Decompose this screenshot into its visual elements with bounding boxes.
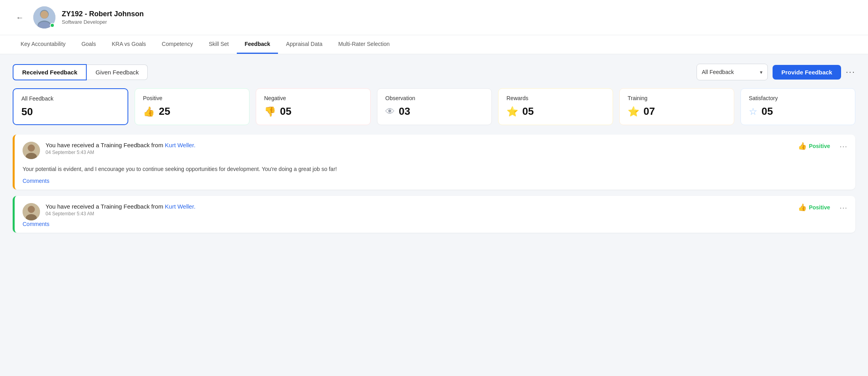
more-options-button[interactable]: ···	[846, 67, 855, 77]
card-title-positive: Positive	[143, 95, 241, 101]
card-count-training: 07	[643, 105, 655, 118]
feedback-comments-link-2[interactable]: Comments	[23, 221, 49, 227]
summary-card-training[interactable]: Training⭐07	[619, 88, 734, 125]
nav-tab-multi-rater-selection[interactable]: Multi-Rater Selection	[330, 35, 398, 54]
user-info: ZY192 - Robert Johnson Software Develope…	[62, 10, 144, 25]
chevron-down-icon: ▾	[760, 69, 763, 75]
feedback-filter-select-wrap[interactable]: All FeedbackPositiveNegativeObservationR…	[697, 64, 768, 80]
feedback-item-1: You have received a Training Feedback fr…	[13, 135, 855, 190]
employee-role: Software Developer	[62, 19, 144, 25]
card-count-satisfactory: 05	[761, 105, 773, 118]
feedback-time-2: 04 September 5:43 AM	[46, 211, 792, 216]
card-count-positive: 25	[159, 105, 170, 118]
feedback-comments-link-1[interactable]: Comments	[23, 178, 49, 184]
feedback-type-label-2: Positive	[809, 204, 830, 211]
employee-id: ZY192 - Robert Johnson	[62, 10, 144, 18]
nav-tab-feedback[interactable]: Feedback	[237, 35, 278, 54]
nav-tab-competency[interactable]: Competency	[154, 35, 201, 54]
card-title-satisfactory: Satisfactory	[749, 95, 847, 101]
summary-cards: All Feedback50Positive👍25Negative👎05Obse…	[13, 88, 855, 125]
nav-tab-key-accountability[interactable]: Key Accountability	[13, 35, 74, 54]
summary-card-satisfactory[interactable]: Satisfactory☆05	[740, 88, 855, 125]
nav-tab-appraisal-data[interactable]: Appraisal Data	[278, 35, 330, 54]
nav-tab-skill-set[interactable]: Skill Set	[201, 35, 237, 54]
header: ← ZY192 - Robert Johnson Software Develo…	[0, 0, 868, 35]
card-title-rewards: Rewards	[506, 95, 605, 101]
received-feedback-tab[interactable]: Received Feedback	[13, 64, 87, 80]
feedback-more-btn-1[interactable]: ···	[839, 142, 847, 151]
feedback-time-1: 04 September 5:43 AM	[46, 150, 792, 155]
feedback-type-badge-1: 👍Positive	[798, 142, 830, 150]
summary-card-rewards[interactable]: Rewards⭐05	[498, 88, 613, 125]
card-count-observation: 03	[399, 105, 410, 118]
rewards-icon: ⭐	[506, 106, 518, 117]
card-title-training: Training	[628, 95, 726, 101]
card-title-negative: Negative	[264, 95, 362, 101]
feedback-body-1: Your potential is evident, and I encoura…	[23, 165, 847, 173]
feedback-title-1: You have received a Training Feedback fr…	[46, 142, 792, 148]
feedback-more-btn-2[interactable]: ···	[839, 203, 847, 212]
svg-point-9	[28, 206, 35, 213]
nav-tabs: Key AccountabilityGoalsKRA vs GoalsCompe…	[0, 35, 868, 54]
main-content: Received Feedback Given Feedback All Fee…	[0, 54, 868, 249]
training-icon: ⭐	[628, 106, 640, 117]
summary-card-observation[interactable]: Observation👁03	[377, 88, 492, 125]
feedback-title-2: You have received a Training Feedback fr…	[46, 203, 792, 210]
satisfactory-icon: ☆	[749, 106, 758, 117]
positive-icon: 👍	[143, 106, 155, 117]
given-feedback-tab[interactable]: Given Feedback	[87, 65, 148, 80]
summary-card-negative[interactable]: Negative👎05	[256, 88, 371, 125]
negative-icon: 👎	[264, 106, 276, 117]
feedback-sender-link-2[interactable]: Kurt Weller.	[165, 203, 195, 210]
provide-feedback-button[interactable]: Provide Feedback	[773, 65, 841, 80]
nav-tab-goals[interactable]: Goals	[74, 35, 104, 54]
nav-tab-kra-vs-goals[interactable]: KRA vs Goals	[104, 35, 154, 54]
card-title-observation: Observation	[385, 95, 483, 101]
summary-card-all[interactable]: All Feedback50	[13, 88, 128, 125]
card-count-all: 50	[21, 106, 33, 118]
online-indicator	[50, 23, 55, 28]
feedback-avatar-1	[23, 142, 40, 159]
svg-point-3	[40, 11, 48, 19]
observation-icon: 👁	[385, 106, 395, 117]
feedback-sender-link-1[interactable]: Kurt Weller.	[165, 142, 195, 148]
feedback-type-label-1: Positive	[809, 143, 830, 149]
feedback-filter-select[interactable]: All FeedbackPositiveNegativeObservationR…	[702, 69, 757, 75]
feedback-tabs-row: Received Feedback Given Feedback All Fee…	[13, 64, 855, 80]
feedback-type-badge-2: 👍Positive	[798, 203, 830, 212]
card-count-rewards: 05	[522, 105, 534, 118]
feedback-avatar-2	[23, 203, 40, 220]
svg-point-6	[28, 144, 35, 152]
feedback-list: You have received a Training Feedback fr…	[13, 135, 855, 239]
card-count-negative: 05	[280, 105, 291, 118]
feedback-type-icon-2: 👍	[798, 203, 807, 212]
back-button[interactable]: ←	[13, 11, 27, 24]
feedback-type-icon-1: 👍	[798, 142, 807, 150]
card-title-all: All Feedback	[21, 95, 120, 102]
avatar-wrap	[33, 6, 55, 28]
summary-card-positive[interactable]: Positive👍25	[135, 88, 249, 125]
feedback-item-2: You have received a Training Feedback fr…	[13, 196, 855, 233]
